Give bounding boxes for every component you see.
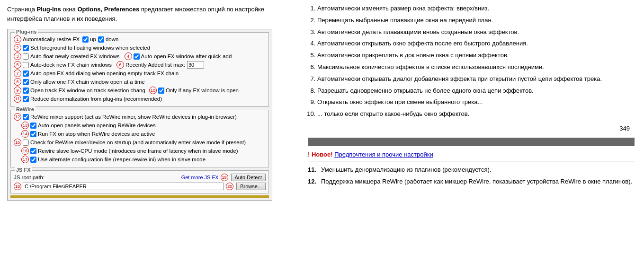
num-16: 16 [21, 147, 29, 155]
left-panel: Страница Plug-Ins окна Options, Preferen… [0, 0, 298, 263]
row-13: 13 Auto-open panels when opening ReWire … [21, 122, 266, 129]
num-15: 15 [14, 139, 21, 146]
num-14: 14 [21, 130, 29, 138]
num-20: 20 [226, 183, 233, 190]
main-list: Автоматически изменять размер окна эффек… [317, 4, 635, 119]
get-more-js-link[interactable]: Get more JS FX [181, 175, 219, 180]
num-7: 7 [14, 70, 21, 77]
row10-label: Only if any FX window is open [166, 88, 239, 93]
row9-label: Open track FX window on track selection … [30, 88, 145, 93]
row-8: 8 Only allow one FX chain window open at… [14, 78, 266, 86]
row3-label: Auto-float newly created FX windows [30, 53, 120, 59]
row2-check[interactable]: Set foreground to floating windows when … [23, 45, 150, 51]
list-item: ... только если открыто какое-нибудь окн… [317, 109, 635, 119]
intro-text: Страница Plug-Ins окна Options, Preferen… [7, 5, 291, 23]
row7-check[interactable]: Auto-open FX add dialog when opening emp… [23, 70, 179, 77]
row2-label: Set foreground to floating windows when … [30, 45, 150, 51]
row11-label: Reduce denormalization from plug-ins (re… [30, 96, 162, 102]
row10-check[interactable]: Only if any FX window is open [158, 88, 239, 94]
browse-button[interactable]: Browse... [236, 183, 266, 190]
js-path-input[interactable] [23, 183, 224, 190]
row-7: 7 Auto-open FX add dialog when opening e… [14, 70, 266, 77]
new-exclamation: ! Новое! [308, 151, 333, 158]
rewire-section-label: ReWire [15, 106, 36, 112]
list-item: 12. Поддержка микшера ReWire (работает к… [308, 177, 635, 187]
row-2: 2 Set foreground to floating windows whe… [14, 44, 266, 52]
row17-label: Use alternate configuration file (reaper… [38, 157, 206, 162]
row-14: 14 Run FX on stop when ReWire devices ar… [21, 130, 266, 138]
num-13: 13 [21, 122, 29, 129]
list-item: Автоматически прикреплять в док новые ок… [317, 51, 635, 61]
row1-up-check[interactable]: up [82, 36, 96, 43]
row-3-4: 3 Auto-float newly created FX windows 4 … [14, 53, 266, 60]
list-item-num: 11. [308, 165, 321, 175]
num-3: 3 [14, 53, 21, 60]
row5-check[interactable]: Auto-dock new FX chain windows [23, 62, 112, 68]
num-5: 5 [14, 61, 21, 69]
list-item: Перемещать выбранные плавающие окна на п… [317, 16, 635, 26]
row7-label: Auto-open FX add dialog when opening emp… [30, 70, 179, 76]
num-8: 8 [14, 78, 21, 86]
bottom-list: 11. Уменьшить денормализацию из плагинов… [308, 165, 635, 187]
num-19: 19 [221, 174, 228, 181]
row12-check[interactable]: ReWire mixer support (act as ReWire mixe… [23, 114, 237, 120]
row-9-10: 9 Open track FX window on track selectio… [14, 87, 266, 94]
jsfx-section-label: JS FX [15, 167, 32, 173]
list-item: Разрешать одновременно открывать не боле… [317, 86, 635, 96]
row-17: 17 Use alternate configuration file (rea… [21, 156, 266, 163]
list-item: Автоматически открывать диалог добавлени… [317, 74, 635, 84]
row8-check[interactable]: Only allow one FX chain window open at a… [23, 79, 145, 85]
jsfx-section: JS FX JS root path: Get more JS FX 19 Au… [10, 170, 269, 193]
new-section-title: ! Новое! Предпочтения и прочие настройки [308, 150, 635, 161]
list-item: Автоматически делать плавающими вновь со… [317, 27, 635, 37]
num-18: 18 [14, 183, 21, 190]
row1-down-check[interactable]: down [98, 36, 119, 43]
new-section-link[interactable]: Предпочтения и прочие настройки [334, 151, 433, 158]
row14-label: Run FX on stop when ReWire devices are a… [38, 131, 155, 137]
row15-label: Check for ReWire mixer/device on startup… [30, 140, 246, 145]
list-item: Максимальное количество эффектов в списк… [317, 62, 635, 72]
plugin-window: Plug-ins 1 Automatically resize FX up do… [7, 29, 272, 201]
row15-check[interactable]: Check for ReWire mixer/device on startup… [23, 140, 246, 146]
right-panel: Автоматически изменять размер окна эффек… [298, 0, 644, 263]
row-12: 12 ReWire mixer support (act as ReWire m… [14, 113, 266, 121]
recently-added-input[interactable] [187, 61, 204, 69]
row4-check[interactable]: Auto-open FX window after quick-add [134, 53, 232, 60]
row11-check[interactable]: Reduce denormalization from plug-ins (re… [23, 96, 162, 102]
row14-check[interactable]: Run FX on stop when ReWire devices are a… [30, 131, 155, 137]
list-item-text: Поддержка микшера ReWire (работает как м… [321, 177, 632, 187]
row-5-6: 5 Auto-dock new FX chain windows 6 Recen… [14, 61, 266, 69]
row5-label: Auto-dock new FX chain windows [30, 62, 112, 68]
list-item: Открывать окно эффектов при смене выбран… [317, 97, 635, 107]
num-9: 9 [14, 87, 21, 94]
list-item-text: Уменьшить денормализацию из плагинов (ре… [321, 165, 491, 175]
row-1: 1 Automatically resize FX up down [14, 35, 266, 43]
list-item: Автоматически изменять размер окна эффек… [317, 4, 635, 14]
auto-detect-button[interactable]: Auto Detect [231, 174, 266, 181]
row16-check[interactable]: Rewire slave low-CPU mode (introduces on… [30, 148, 238, 154]
jsfx-root-row: JS root path: Get more JS FX 19 Auto Det… [14, 174, 266, 181]
num-1: 1 [14, 35, 21, 43]
row3-check[interactable]: Auto-float newly created FX windows [23, 53, 120, 60]
num-4: 4 [125, 53, 132, 60]
rewire-section: ReWire 12 ReWire mixer support (act as R… [10, 110, 269, 167]
page-number: 349 [308, 124, 630, 134]
row17-check[interactable]: Use alternate configuration file (reaper… [30, 157, 206, 163]
row4-label: Auto-open FX window after quick-add [141, 53, 232, 59]
row8-label: Only allow one FX chain window open at a… [30, 79, 145, 85]
row9-check[interactable]: Open track FX window on track selection … [23, 88, 145, 94]
num-6: 6 [116, 61, 124, 69]
plugins-section-label: Plug-ins [15, 29, 38, 35]
num-2: 2 [14, 44, 21, 52]
plugins-section: Plug-ins 1 Automatically resize FX up do… [10, 32, 269, 107]
row-15: 15 Check for ReWire mixer/device on star… [14, 139, 266, 146]
row-11: 11 Reduce denormalization from plug-ins … [14, 95, 266, 103]
bottom-bar [10, 195, 269, 198]
num-11: 11 [14, 95, 21, 103]
row-16: 16 Rewire slave low-CPU mode (introduces… [21, 147, 266, 155]
row12-label: ReWire mixer support (act as ReWire mixe… [30, 114, 237, 120]
row13-label: Auto-open panels when opening ReWire dev… [38, 123, 156, 128]
num-10: 10 [149, 87, 157, 94]
row13-check[interactable]: Auto-open panels when opening ReWire dev… [30, 123, 156, 129]
divider-bar [308, 138, 635, 146]
